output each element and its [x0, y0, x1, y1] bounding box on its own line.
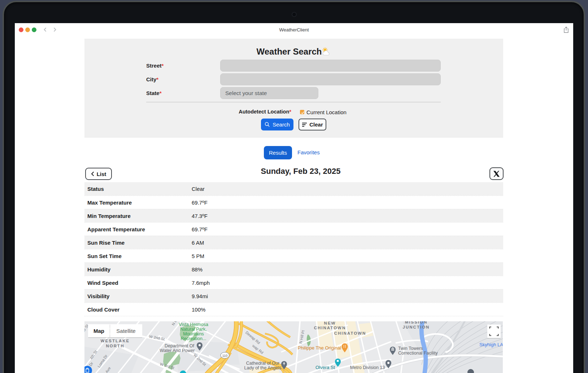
svg-text:Natural Park,: Natural Park,	[180, 327, 207, 332]
svg-text:Recreation...: Recreation...	[181, 336, 206, 341]
svg-text:Map: Map	[93, 328, 104, 334]
svg-text:Vista Hermosa: Vista Hermosa	[179, 322, 208, 327]
svg-text:JUNCTION: JUNCTION	[403, 325, 430, 329]
svg-text:Mountains: Mountains	[183, 331, 204, 336]
svg-text:WESTLAKE: WESTLAKE	[101, 339, 130, 343]
svg-text:CHINATOWN: CHINATOWN	[314, 326, 346, 330]
svg-text:Twin Towers: Twin Towers	[398, 346, 423, 351]
svg-text:Cathedral of Our: Cathedral of Our	[246, 361, 279, 366]
svg-text:Philippe The Original: Philippe The Original	[298, 345, 341, 351]
svg-text:Water And Power: Water And Power	[160, 348, 195, 353]
svg-text:Department Of: Department Of	[165, 343, 195, 348]
svg-text:Correctional Facility: Correctional Facility	[398, 351, 438, 356]
svg-text:Olvera St: Olvera St	[315, 365, 335, 370]
svg-text:CHINATOWN: CHINATOWN	[334, 331, 366, 335]
svg-text:Skyhigh LA: Skyhigh LA	[479, 342, 503, 347]
svg-text:110: 110	[222, 354, 227, 357]
svg-text:NORTH: NORTH	[106, 344, 125, 348]
svg-text:Lady of the Angels: Lady of the Angels	[244, 365, 282, 370]
svg-text:Satellite: Satellite	[116, 328, 135, 334]
svg-text:Metro Division 13: Metro Division 13	[350, 365, 385, 370]
svg-text:NEW: NEW	[324, 321, 336, 325]
svg-text:MISSION: MISSION	[405, 321, 428, 324]
